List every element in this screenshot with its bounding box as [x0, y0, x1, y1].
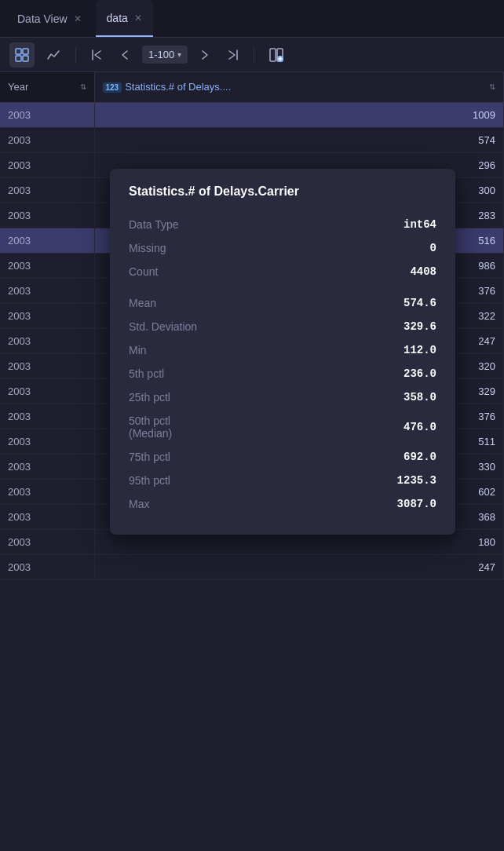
chart-icon — [46, 48, 60, 62]
cell-value: 574 — [94, 127, 504, 152]
tab-data-view[interactable]: Data View ✕ — [6, 0, 93, 37]
stats-row: 50th pctl (Median)476.0 — [129, 409, 436, 445]
stats-row-label: Std. Deviation — [129, 320, 197, 333]
cell-value: 247 — [94, 554, 504, 579]
next-page-icon — [199, 49, 210, 60]
stats-row-label: Data Type — [129, 218, 179, 231]
svg-rect-6 — [270, 49, 276, 61]
cell-value: 1009 — [94, 102, 504, 127]
cell-year: 2003 — [0, 152, 94, 177]
svg-rect-0 — [16, 49, 21, 54]
tab-data-label: data — [107, 12, 128, 24]
tab-data-view-close[interactable]: ✕ — [74, 14, 82, 24]
next-page-button[interactable] — [194, 44, 216, 66]
stats-row-label: 5th pctl — [129, 367, 164, 380]
columns-selector-button[interactable] — [264, 42, 289, 68]
stats-row: Missing0 — [129, 236, 436, 260]
stats-row: Min112.0 — [129, 338, 436, 362]
col-header-carrier-delays[interactable]: 123Statistics.# of Delays.... ⇅ — [94, 72, 504, 102]
table-header-row: Year ⇅ 123Statistics.# of Delays.... ⇅ — [0, 72, 504, 102]
col-year-label: Year — [8, 81, 28, 93]
stats-section-gap — [129, 283, 436, 291]
first-page-button[interactable] — [86, 44, 108, 66]
stats-row-value: 329.6 — [404, 320, 436, 333]
cell-year: 2003 — [0, 429, 94, 454]
stats-row-label: Mean — [129, 297, 156, 309]
stats-row-value: 476.0 — [404, 421, 436, 433]
stats-row-value: int64 — [404, 218, 436, 231]
stats-row-label: 25th pctl — [129, 391, 170, 404]
columns-icon — [269, 48, 283, 62]
stats-row: 25th pctl358.0 — [129, 385, 436, 409]
cell-year: 2003 — [0, 353, 94, 378]
stats-row-label: 75th pctl — [129, 451, 170, 463]
table-row: 2003 247 — [0, 554, 504, 579]
last-page-button[interactable] — [222, 44, 244, 66]
tab-bar: Data View ✕ data ✕ — [0, 0, 504, 38]
stats-row-value: 692.0 — [404, 451, 436, 463]
svg-rect-2 — [16, 56, 21, 61]
toolbar-separator — [75, 47, 76, 63]
stats-row: Data Typeint64 — [129, 213, 436, 236]
cell-year: 2003 — [0, 328, 94, 353]
prev-page-icon — [119, 49, 130, 60]
toolbar: 1-100 ▾ — [0, 38, 504, 72]
cell-year: 2003 — [0, 529, 94, 554]
page-range-chevron: ▾ — [177, 50, 181, 59]
stats-row: 95th pctl1235.3 — [129, 469, 436, 492]
cell-year: 2003 — [0, 454, 94, 479]
col-header-year[interactable]: Year ⇅ — [0, 72, 94, 102]
stats-row: Max3087.0 — [129, 492, 436, 516]
tab-data-close[interactable]: ✕ — [134, 13, 142, 23]
stats-row-value: 236.0 — [404, 367, 436, 380]
svg-rect-3 — [23, 56, 28, 61]
cell-year: 2003 — [0, 102, 94, 127]
stats-row-value: 4408 — [410, 265, 436, 278]
table-row: 2003 1009 — [0, 102, 504, 127]
stats-row-value: 3087.0 — [397, 498, 436, 510]
stats-row: 75th pctl692.0 — [129, 445, 436, 469]
cell-year: 2003 — [0, 404, 94, 429]
stats-row-value: 358.0 — [404, 391, 436, 404]
stats-row-label: Min — [129, 344, 147, 356]
stats-row-label: Missing — [129, 242, 166, 254]
stats-row-value: 1235.3 — [397, 474, 436, 487]
stats-rows-container: Data Typeint64Missing0Count4408Mean574.6… — [129, 213, 436, 516]
cell-year: 2003 — [0, 127, 94, 152]
toolbar-separator-2 — [254, 47, 254, 63]
svg-rect-1 — [23, 49, 28, 54]
page-range-selector[interactable]: 1-100 ▾ — [142, 46, 188, 64]
cell-year: 2003 — [0, 203, 94, 228]
cell-year: 2003 — [0, 303, 94, 328]
table-view-button[interactable] — [9, 42, 35, 68]
stats-row: Std. Deviation329.6 — [129, 315, 436, 338]
stats-row-value: 0 — [430, 242, 436, 254]
stats-row-label: 50th pctl (Median) — [129, 415, 172, 440]
stats-popup-title: Statistics.# of Delays.Carrier — [129, 184, 436, 199]
table-icon — [15, 48, 29, 62]
tab-data-view-label: Data View — [17, 13, 68, 25]
cell-year: 2003 — [0, 479, 94, 504]
stats-row: Mean574.6 — [129, 291, 436, 315]
cell-year: 2003 — [0, 278, 94, 303]
prev-page-button[interactable] — [114, 44, 136, 66]
cell-year: 2003 — [0, 253, 94, 278]
col-carrier-sort: ⇅ — [489, 82, 495, 91]
stats-row-value: 574.6 — [404, 297, 436, 309]
page-range-text: 1-100 — [148, 49, 174, 60]
stats-row-label: Count — [129, 265, 158, 278]
col-type-badge: 123 — [103, 82, 122, 93]
stats-row-label: Max — [129, 498, 149, 510]
chart-view-button[interactable] — [41, 42, 66, 68]
tab-data[interactable]: data ✕ — [96, 0, 153, 37]
stats-row: 5th pctl236.0 — [129, 362, 436, 385]
stats-row-label: 95th pctl — [129, 474, 170, 487]
cell-year: 2003 — [0, 177, 94, 203]
stats-row: Count4408 — [129, 260, 436, 283]
first-page-icon — [91, 49, 102, 60]
cell-year: 2003 — [0, 378, 94, 404]
col-year-sort: ⇅ — [80, 82, 86, 91]
cell-year: 2003 — [0, 228, 94, 253]
last-page-icon — [228, 49, 239, 60]
stats-row-value: 112.0 — [404, 344, 436, 356]
